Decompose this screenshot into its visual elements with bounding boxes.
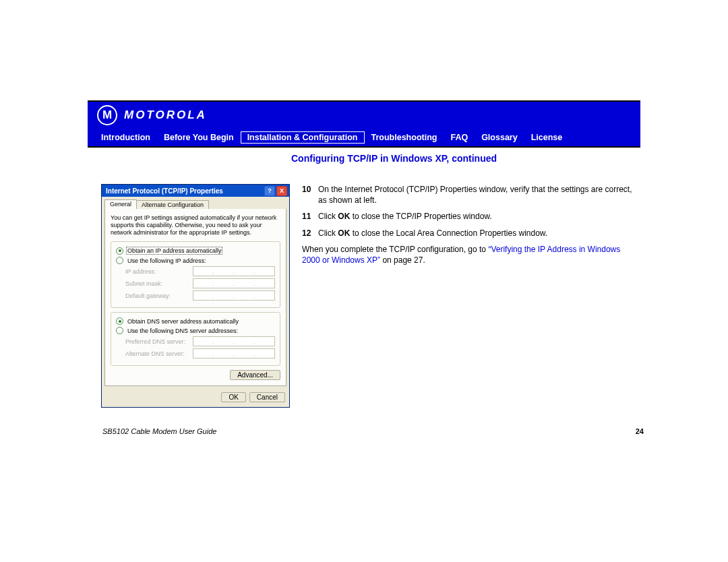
tab-alternate[interactable]: Alternate Configuration	[136, 200, 209, 209]
footer-page-number: 24	[636, 427, 644, 435]
dialog-description: You can get IP settings assigned automat…	[111, 214, 280, 236]
dialog-titlebar: Internet Protocol (TCP/IP) Properties ? …	[102, 185, 289, 197]
radio-dot-icon	[116, 247, 123, 255]
default-gateway-field: ...	[193, 290, 275, 301]
footer-guide-title: SB5102 Cable Modem User Guide	[102, 427, 216, 435]
nav-installation-configuration[interactable]: Installation & Configuration	[241, 131, 365, 144]
radio-obtain-dns[interactable]: Obtain DNS server address automatically	[116, 317, 275, 325]
nav-license[interactable]: License	[524, 131, 570, 144]
radio-use-dns[interactable]: Use the following DNS server addresses:	[116, 327, 275, 334]
tab-general[interactable]: General	[104, 199, 137, 209]
step-12-text: Click OK to close the Local Area Connect…	[318, 228, 640, 239]
nav-glossary[interactable]: Glossary	[475, 131, 524, 144]
ip-group: Obtain an IP address automatically Use t…	[111, 241, 280, 308]
completion-text: When you complete the TCP/IP configurati…	[302, 244, 640, 266]
motorola-logo-icon: M	[97, 105, 117, 125]
instructions: 10 On the Internet Protocol (TCP/IP) Pro…	[302, 184, 640, 271]
label-default-gateway: Default gateway:	[125, 292, 171, 299]
cancel-button[interactable]: Cancel	[249, 392, 285, 402]
radio-dot-icon	[116, 327, 123, 334]
dialog-tabs: General Alternate Configuration	[102, 197, 289, 209]
help-icon[interactable]: ?	[264, 186, 275, 196]
alternate-dns-field: ...	[193, 348, 275, 358]
ip-address-field: ...	[193, 266, 275, 276]
label-ip-address: IP address:	[125, 268, 156, 275]
radio-obtain-ip[interactable]: Obtain an IP address automatically	[116, 247, 275, 255]
page-footer: SB5102 Cable Modem User Guide 24	[102, 427, 644, 435]
radio-dot-icon	[116, 257, 123, 264]
dns-group: Obtain DNS server address automatically …	[111, 312, 280, 366]
radio-dot-icon	[116, 317, 123, 325]
step-number: 10	[302, 184, 318, 206]
advanced-button[interactable]: Advanced...	[230, 370, 280, 380]
nav-bar: Introduction Before You Begin Installati…	[88, 130, 640, 146]
brand-name: MOTOROLA	[124, 108, 207, 122]
tcpip-properties-dialog: Internet Protocol (TCP/IP) Properties ? …	[101, 184, 290, 408]
step-11-text: Click OK to close the TCP/IP Properties …	[318, 211, 640, 222]
step-number: 12	[302, 228, 318, 239]
dialog-title: Internet Protocol (TCP/IP) Properties	[106, 187, 223, 195]
header-banner: M MOTOROLA Introduction Before You Begin…	[88, 100, 640, 148]
nav-troubleshooting[interactable]: Troubleshooting	[365, 131, 444, 144]
subnet-mask-field: ...	[193, 278, 275, 288]
label-preferred-dns: Preferred DNS server:	[125, 338, 185, 345]
step-number: 11	[302, 211, 318, 222]
label-alternate-dns: Alternate DNS server:	[125, 350, 185, 357]
radio-use-ip[interactable]: Use the following IP address:	[116, 257, 275, 264]
nav-before-you-begin[interactable]: Before You Begin	[157, 131, 241, 144]
ok-button[interactable]: OK	[221, 392, 245, 402]
nav-introduction[interactable]: Introduction	[94, 131, 157, 144]
label-subnet-mask: Subnet mask:	[125, 280, 162, 287]
nav-faq[interactable]: FAQ	[444, 131, 475, 144]
tab-panel: You can get IP settings assigned automat…	[104, 209, 286, 386]
logo-letter: M	[102, 108, 112, 122]
section-title: Configuring TCP/IP in Windows XP, contin…	[291, 153, 640, 164]
close-icon[interactable]: X	[276, 186, 287, 196]
preferred-dns-field: ...	[193, 336, 275, 346]
step-10-text: On the Internet Protocol (TCP/IP) Proper…	[318, 184, 640, 206]
